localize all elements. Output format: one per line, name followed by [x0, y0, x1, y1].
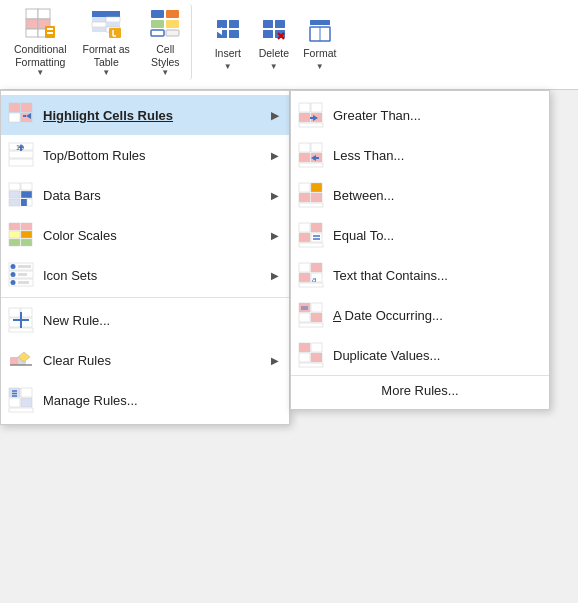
svg-rect-111 [299, 223, 310, 232]
icon-sets-label: Icon Sets [43, 268, 259, 283]
manage-rules-item[interactable]: Manage Rules... [1, 380, 289, 420]
svg-rect-51 [9, 183, 20, 190]
more-rules-item[interactable]: More Rules... [291, 375, 549, 405]
svg-rect-71 [18, 273, 27, 276]
svg-rect-113 [299, 233, 310, 242]
svg-rect-98 [310, 117, 313, 119]
clear-rules-item[interactable]: Clear Rules ▶ [1, 340, 289, 380]
manage-rules-icon [7, 386, 35, 414]
greater-than-label: Greater Than... [333, 108, 539, 123]
format-icon [306, 17, 334, 45]
svg-rect-109 [311, 193, 322, 202]
svg-rect-12 [92, 22, 106, 27]
svg-rect-20 [166, 10, 179, 18]
top-bottom-rules-item[interactable]: 10 Top/Bottom Rules ▶ [1, 135, 289, 175]
svg-rect-131 [299, 343, 310, 352]
insert-button[interactable]: Insert ▼ [206, 7, 250, 83]
format-as-table-button[interactable]: Format as Table ▼ [77, 4, 136, 80]
duplicate-values-icon [297, 341, 325, 369]
conditional-formatting-button[interactable]: Conditional Formatting ▼ [8, 4, 73, 80]
delete-button[interactable]: Delete ▼ [252, 7, 296, 83]
svg-rect-32 [263, 30, 273, 38]
svg-rect-122 [299, 283, 323, 287]
text-contains-label: Text that Contains... [333, 268, 539, 283]
svg-rect-56 [21, 199, 27, 206]
svg-rect-118 [299, 263, 310, 272]
less-than-label: Less Than... [333, 148, 539, 163]
svg-rect-127 [311, 313, 322, 322]
text-contains-item[interactable]: a Text that Contains... [291, 255, 549, 295]
delete-arrow: ▼ [270, 62, 278, 72]
highlight-cells-rules-item[interactable]: Highlight Cells Rules ▶ [1, 95, 289, 135]
between-item[interactable]: Between... [291, 175, 549, 215]
svg-rect-55 [9, 199, 20, 206]
svg-point-67 [11, 264, 16, 269]
ribbon: Conditional Formatting ▼ Format as Table… [0, 0, 578, 90]
greater-than-item[interactable]: Greater Than... [291, 95, 549, 135]
svg-rect-10 [92, 17, 106, 22]
date-occurring-icon [297, 301, 325, 329]
svg-text:a: a [312, 275, 317, 284]
date-occurring-item[interactable]: A Date Occurring... [291, 295, 549, 335]
cell-styles-button[interactable]: Cell Styles ▼ [140, 4, 192, 80]
svg-rect-2 [26, 19, 38, 29]
less-than-item[interactable]: Less Than... [291, 135, 549, 175]
format-as-table-arrow: ▼ [102, 68, 110, 78]
svg-rect-47 [9, 151, 33, 158]
cell-styles-arrow: ▼ [161, 68, 169, 78]
svg-rect-101 [299, 153, 310, 162]
svg-rect-92 [299, 103, 310, 112]
clear-rules-arrow: ▶ [271, 355, 279, 366]
highlight-cells-arrow: ▶ [271, 110, 279, 121]
icon-sets-icon [7, 261, 35, 289]
between-label: Between... [333, 188, 539, 203]
svg-rect-100 [311, 143, 322, 152]
conditional-formatting-icon [22, 6, 58, 40]
color-scales-arrow: ▶ [271, 230, 279, 241]
svg-rect-11 [106, 17, 120, 22]
svg-rect-22 [166, 20, 179, 28]
color-scales-label: Color Scales [43, 228, 259, 243]
equal-to-item[interactable]: Equal To... [291, 215, 549, 255]
svg-rect-61 [21, 231, 32, 238]
svg-rect-77 [9, 328, 33, 332]
icon-sets-item[interactable]: Icon Sets ▶ [1, 255, 289, 295]
svg-rect-54 [21, 191, 32, 198]
svg-rect-108 [299, 193, 310, 202]
svg-rect-7 [47, 28, 53, 30]
data-bars-arrow: ▶ [271, 190, 279, 201]
svg-rect-114 [311, 233, 322, 242]
svg-rect-112 [311, 223, 322, 232]
svg-rect-62 [9, 239, 20, 246]
format-button[interactable]: Format ▼ [298, 7, 342, 83]
data-bars-label: Data Bars [43, 188, 259, 203]
date-occurring-label: A Date Occurring... [333, 308, 539, 323]
new-rule-item[interactable]: New Rule... [1, 300, 289, 340]
svg-rect-9 [92, 11, 120, 17]
svg-rect-31 [275, 20, 285, 28]
data-bars-item[interactable]: Data Bars ▶ [1, 175, 289, 215]
svg-rect-86 [9, 398, 20, 407]
svg-rect-57 [27, 199, 32, 206]
svg-rect-135 [299, 363, 323, 367]
delete-icon [260, 17, 288, 45]
svg-rect-19 [151, 10, 164, 18]
svg-rect-88 [9, 408, 33, 412]
duplicate-values-item[interactable]: Duplicate Values... [291, 335, 549, 375]
svg-rect-50 [20, 148, 22, 151]
svg-rect-85 [21, 388, 32, 397]
svg-rect-125 [311, 303, 322, 312]
svg-rect-21 [151, 20, 164, 28]
svg-rect-128 [299, 323, 323, 327]
insert-arrow: ▼ [224, 62, 232, 72]
new-rule-icon [7, 306, 35, 334]
icon-sets-arrow: ▶ [271, 270, 279, 281]
svg-rect-93 [311, 103, 322, 112]
color-scales-item[interactable]: Color Scales ▶ [1, 215, 289, 255]
color-scales-icon [7, 221, 35, 249]
svg-rect-72 [18, 281, 29, 284]
insert-label: Insert [215, 47, 241, 60]
duplicate-values-label: Duplicate Values... [333, 348, 539, 363]
sub-menu: Greater Than... Less Than... [290, 90, 550, 410]
svg-rect-107 [311, 183, 322, 192]
